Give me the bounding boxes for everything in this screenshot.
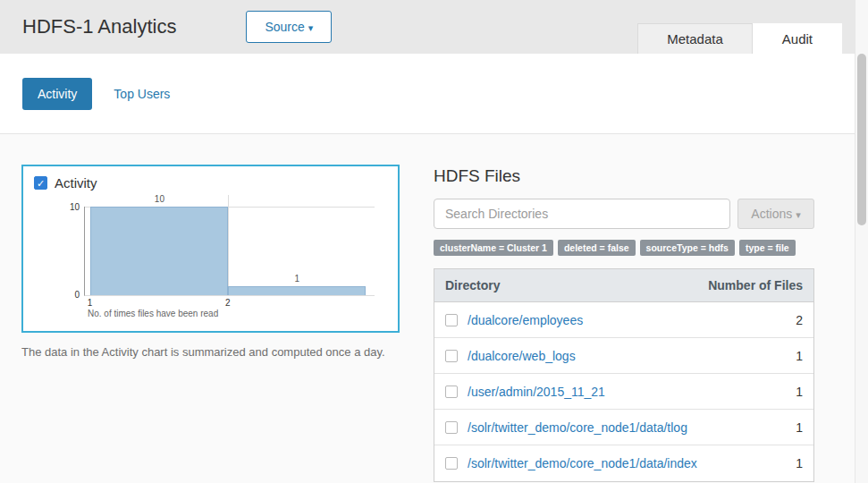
caret-down-icon: ▾ — [308, 22, 314, 33]
bar-value-label: 10 — [155, 194, 164, 204]
hdfs-files-section: HDFS Files Actions ▾ clusterName = Clust… — [434, 165, 814, 482]
main: Activity 10 1 10 0 — [0, 134, 855, 482]
x-axis-tick-label: 1 — [88, 298, 93, 308]
vertical-scrollbar[interactable] — [855, 0, 868, 483]
header: HDFS-1 Analytics Source ▾ Metadata Audit — [0, 0, 855, 54]
file-count: 2 — [796, 313, 803, 327]
caret-down-icon: ▾ — [796, 209, 801, 220]
directory-link[interactable]: /user/admin/2015_11_21 — [468, 385, 796, 399]
directory-link[interactable]: /dualcore/web_logs — [468, 349, 796, 363]
row-checkbox[interactable] — [445, 350, 458, 362]
row-checkbox[interactable] — [445, 386, 458, 398]
page-title: HDFS-1 Analytics — [22, 15, 176, 38]
directory-link[interactable]: /dualcore/employees — [468, 313, 796, 327]
subnav-item-top-users[interactable]: Top Users — [114, 87, 170, 101]
source-dropdown-label: Source — [265, 20, 304, 34]
y-axis-tick-label: 0 — [58, 290, 80, 300]
hdfs-files-title: HDFS Files — [434, 166, 814, 186]
x-axis-title: No. of times files have been read — [88, 309, 387, 318]
file-count: 1 — [796, 420, 803, 435]
header-tabs: Metadata Audit — [637, 23, 842, 54]
filter-badge[interactable]: type = file — [739, 240, 796, 256]
table-row: /dualcore/web_logs 1 — [434, 338, 813, 374]
activity-checkbox-label: Activity — [55, 175, 97, 191]
tab-metadata[interactable]: Metadata — [637, 23, 753, 54]
row-checkbox[interactable] — [445, 314, 458, 326]
file-count: 1 — [796, 456, 803, 470]
column-header-num-files: Number of Files — [708, 278, 803, 292]
y-axis-tick-label: 10 — [58, 202, 80, 212]
filter-badge[interactable]: deleted = false — [558, 240, 636, 256]
filter-badges: clusterName = Cluster 1 deleted = false … — [434, 240, 814, 256]
x-axis-ticks: 1 2 — [84, 296, 375, 308]
row-checkbox[interactable] — [445, 421, 458, 434]
file-count: 1 — [796, 385, 803, 399]
activity-section: Activity 10 1 10 0 — [21, 165, 400, 482]
chart-bar: 10 — [90, 207, 228, 295]
tab-audit[interactable]: Audit — [753, 23, 842, 54]
table-row: /solr/twitter_demo/core_node1/data/tlog … — [434, 410, 813, 445]
subnav: Activity Top Users — [0, 54, 855, 134]
table-row: /user/admin/2015_11_21 1 — [434, 374, 813, 410]
bar-value-label: 1 — [295, 274, 300, 284]
chart-bar: 1 — [228, 286, 366, 295]
hdfs-files-table: Directory Number of Files /dualcore/empl… — [434, 268, 814, 482]
activity-checkbox[interactable] — [34, 176, 47, 190]
activity-chart-panel: Activity 10 1 10 0 — [21, 165, 400, 333]
filter-badge[interactable]: clusterName = Cluster 1 — [434, 240, 553, 256]
actions-dropdown-button[interactable]: Actions ▾ — [737, 199, 814, 229]
row-checkbox[interactable] — [445, 457, 458, 470]
activity-checkbox-row: Activity — [34, 175, 387, 191]
scrollbar-thumb[interactable] — [857, 54, 866, 225]
subnav-item-activity[interactable]: Activity — [22, 78, 92, 110]
directory-link[interactable]: /solr/twitter_demo/core_node1/data/tlog — [468, 420, 796, 435]
gridline-vertical — [228, 195, 229, 295]
activity-footnote: The data in the Activity chart is summar… — [21, 345, 400, 359]
table-header-row: Directory Number of Files — [434, 269, 813, 302]
x-axis-tick-label: 2 — [225, 298, 231, 308]
page: HDFS-1 Analytics Source ▾ Metadata Audit… — [0, 0, 868, 483]
source-dropdown-button[interactable]: Source ▾ — [246, 11, 332, 43]
search-directories-input[interactable] — [434, 199, 730, 229]
search-row: Actions ▾ — [434, 199, 814, 229]
file-count: 1 — [796, 349, 803, 363]
table-row: /dualcore/employees 2 — [434, 302, 813, 338]
content: HDFS-1 Analytics Source ▾ Metadata Audit… — [0, 0, 855, 483]
filter-badge[interactable]: sourceType = hdfs — [640, 240, 735, 256]
directory-link[interactable]: /solr/twitter_demo/core_node1/data/index — [468, 456, 796, 470]
table-row: /solr/twitter_demo/core_node1/data/index… — [434, 445, 813, 481]
activity-chart-plot: 10 1 10 0 — [84, 207, 375, 296]
column-header-directory: Directory — [445, 278, 500, 292]
actions-dropdown-label: Actions — [751, 207, 792, 221]
